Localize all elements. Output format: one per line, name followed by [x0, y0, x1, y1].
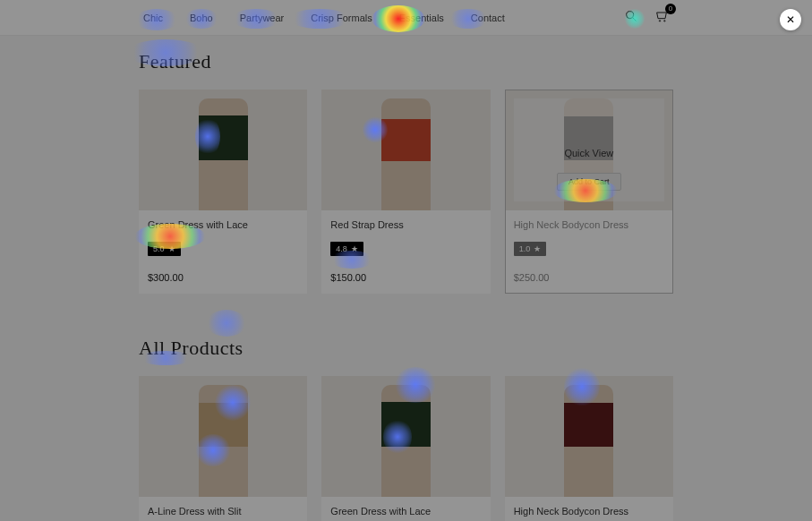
svg-point-0	[627, 11, 634, 18]
product-image[interactable]	[321, 90, 490, 210]
star-icon: ★	[351, 245, 358, 253]
product-price: $150.00	[330, 272, 481, 283]
product-card[interactable]: Green Dress with Lace 5.0★	[321, 376, 490, 521]
nav-item-boho[interactable]: Boho	[190, 13, 213, 23]
product-card[interactable]: Red Strap Dress 4.8★ $150.00	[321, 90, 490, 294]
featured-heading: Featured	[139, 50, 673, 73]
all-products-grid: A-Line Dress with Slit 5.0★ Green Dress …	[139, 376, 673, 521]
nav-links: Chic Boho Partywear Crisp Formals Essent…	[143, 13, 505, 23]
svg-point-2	[659, 20, 660, 21]
cart-button[interactable]: 0	[654, 9, 669, 27]
nav-item-partywear[interactable]: Partywear	[240, 13, 285, 23]
nav-item-contact[interactable]: Contact	[471, 13, 505, 23]
svg-point-3	[664, 20, 665, 21]
star-icon: ★	[168, 245, 175, 253]
nav-icons: 0	[624, 9, 669, 27]
product-image[interactable]	[505, 376, 673, 497]
rating-badge: 4.8★	[330, 242, 363, 256]
product-card[interactable]: Green Dress with Lace 5.0★ $300.00	[139, 90, 307, 294]
cart-count-badge: 0	[665, 4, 676, 14]
product-title: A-Line Dress with Slit	[148, 506, 298, 517]
product-image[interactable]	[139, 376, 307, 497]
search-icon[interactable]	[624, 9, 638, 27]
rating-badge: 5.0★	[148, 242, 181, 256]
nav-item-crispformals[interactable]: Crisp Formals	[311, 13, 372, 23]
all-products-heading: All Products	[139, 337, 673, 360]
svg-line-1	[633, 18, 636, 21]
product-card-hovered[interactable]: Quick View Add to Cart High Neck Bodycon…	[505, 90, 673, 294]
nav-item-chic[interactable]: Chic	[143, 13, 163, 23]
close-button[interactable]: ✕	[780, 9, 801, 30]
product-title: Green Dress with Lace	[148, 219, 298, 230]
product-title: Red Strap Dress	[330, 219, 481, 230]
nav-item-essentials[interactable]: Essentials	[399, 13, 444, 23]
product-title: Green Dress with Lace	[330, 506, 481, 517]
product-card[interactable]: A-Line Dress with Slit 5.0★	[139, 376, 307, 521]
product-image[interactable]	[321, 376, 490, 497]
product-image[interactable]	[139, 90, 307, 210]
product-title: High Neck Bodycon Dress	[514, 506, 664, 517]
top-navbar: Chic Boho Partywear Crisp Formals Essent…	[0, 0, 812, 36]
hover-frame	[505, 90, 673, 294]
featured-grid: Green Dress with Lace 5.0★ $300.00 Red S…	[139, 90, 673, 294]
product-price: $300.00	[148, 272, 298, 283]
page-content: Featured Green Dress with Lace 5.0★ $300…	[0, 36, 812, 521]
product-card[interactable]: High Neck Bodycon Dress 1.0★	[505, 376, 673, 521]
